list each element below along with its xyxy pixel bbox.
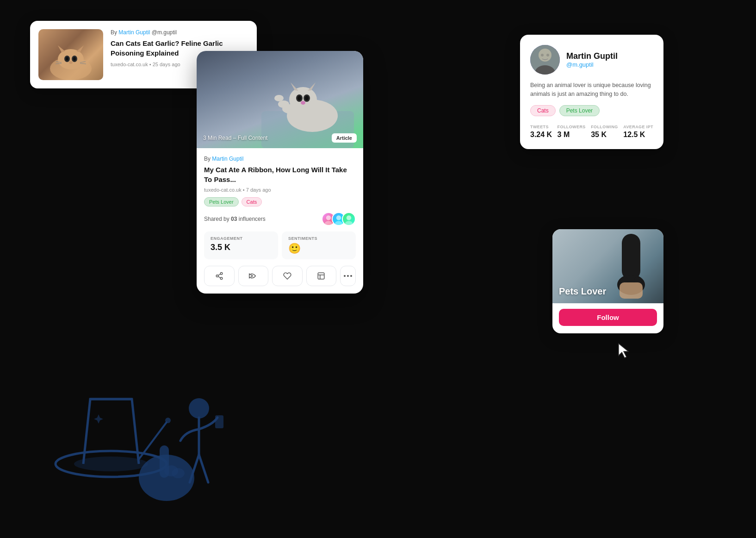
influencer-avatars [322,212,356,226]
svg-point-44 [541,54,544,56]
svg-point-33 [216,275,218,277]
stat-tweets: TWEETS 3.24 K [530,125,552,139]
profile-info: Martin Guptil @m.guptil [566,51,618,68]
main-card-meta: tuxedo-cat.co.uk • 7 days ago [204,187,356,193]
shared-row: Shared by 03 influencers [204,212,356,226]
stat-following: FOLLOWING 35 K [591,125,618,139]
svg-rect-37 [318,273,325,279]
sentiments-label: SENTIMENTS [288,236,349,241]
profile-avatar [530,45,560,75]
svg-point-40 [350,275,352,277]
svg-line-36 [218,274,220,275]
engagement-row: ENGAGEMENT 3.5 K SENTIMENTS 🙂 [204,231,356,259]
profile-tag-pets: Pets Lover [559,105,600,116]
svg-marker-3 [76,45,84,52]
main-card-title: My Cat Ate A Ribbon, How Long Will It Ta… [204,165,356,184]
tweets-value: 3.24 K [530,131,552,139]
broadcast-button[interactable] [238,266,269,286]
cursor-icon [617,343,631,357]
svg-point-25 [274,95,284,101]
svg-rect-58 [160,445,169,478]
svg-point-60 [172,468,185,478]
following-value: 35 K [591,131,618,139]
profile-name: Martin Guptil [566,51,618,61]
svg-point-30 [347,215,351,220]
svg-point-26 [326,215,331,220]
svg-point-52 [56,451,167,477]
tag-cats: Cats [242,197,262,206]
small-card-byline: By Martin Guptil @m.guptil [111,29,248,36]
main-card-byline: By Martin Guptil [204,156,356,162]
avg-ipt-value: 12.5 K [623,131,653,139]
profile-tag-cats: Cats [530,105,556,116]
svg-point-29 [335,221,342,225]
svg-point-20 [297,96,301,100]
article-badge: Article [332,133,357,143]
svg-point-53 [74,457,148,471]
svg-point-22 [301,101,305,105]
stats-row: TWEETS 3.24 K FOLLOWERS 3 M FOLLOWING 35… [530,125,653,139]
pets-lover-card: Pets Lover Follow [552,229,663,333]
svg-rect-63 [215,415,223,428]
bookmark-button[interactable] [306,266,337,286]
main-card-body: By Martin Guptil My Cat Ate A Ribbon, Ho… [197,148,363,294]
svg-rect-51 [620,282,643,299]
svg-point-56 [165,418,171,423]
sentiments-box: SENTIMENTS 🙂 [282,231,356,259]
main-card-author-link[interactable]: Martin Guptil [212,156,243,162]
engagement-label: ENGAGEMENT [211,236,272,241]
svg-point-38 [344,275,346,277]
svg-point-39 [347,275,349,277]
profile-handle: @m.guptil [566,61,618,68]
tag-pets-lover: Pets Lover [204,197,239,206]
small-card-author-link[interactable]: Martin Guptil [118,29,150,36]
shared-text: Shared by 03 influencers [204,216,266,222]
svg-marker-2 [58,45,65,52]
svg-line-35 [218,276,220,278]
svg-point-7 [73,57,76,61]
follow-button[interactable]: Follow [559,309,657,326]
svg-point-6 [66,57,68,61]
sentiments-emoji: 🙂 [288,243,349,255]
followers-label: FOLLOWERS [558,125,586,129]
followers-value: 3 M [558,131,586,139]
profile-header: Martin Guptil @m.guptil [530,45,653,75]
svg-point-57 [139,455,194,501]
avg-ipt-label: AVERAGE IPT [623,125,653,129]
svg-rect-46 [622,234,640,280]
svg-point-34 [220,277,223,280]
svg-point-27 [324,221,332,225]
tweets-label: TWEETS [530,125,552,129]
more-button[interactable] [340,266,356,286]
svg-point-8 [69,61,73,64]
svg-point-24 [278,100,289,108]
pets-card-title: Pets Lover [559,286,606,297]
svg-point-21 [305,96,309,100]
main-card-image: 3 Min Read – Full Content Article [197,51,363,148]
svg-point-31 [345,221,353,225]
engagement-value: 3.5 K [211,243,272,252]
svg-point-28 [336,215,341,220]
svg-point-32 [220,273,223,275]
image-overlay: 3 Min Read – Full Content Article [203,133,357,143]
small-card-thumbnail [38,29,103,80]
tag-list: Pets Lover Cats [204,197,356,206]
avatar-3 [342,212,356,226]
share-button[interactable] [204,266,235,286]
svg-point-62 [189,398,209,419]
pets-card-image: Pets Lover [552,229,663,303]
engagement-box: ENGAGEMENT 3.5 K [204,231,278,259]
stat-followers: FOLLOWERS 3 M [558,125,586,139]
profile-card: Martin Guptil @m.guptil Being an animal … [520,35,663,149]
svg-point-45 [546,54,549,56]
following-label: FOLLOWING [591,125,618,129]
read-time-label: 3 Min Read – Full Content [203,135,267,141]
action-bar [204,266,356,286]
main-article-card: 3 Min Read – Full Content Article By Mar… [197,51,363,294]
pets-card-body: Follow [552,303,663,333]
profile-bio: Being an animal lover is unique because … [530,81,653,99]
like-button[interactable] [272,266,303,286]
svg-point-59 [164,465,178,476]
svg-line-55 [139,422,167,459]
stat-avg-ipt: AVERAGE IPT 12.5 K [623,125,653,139]
